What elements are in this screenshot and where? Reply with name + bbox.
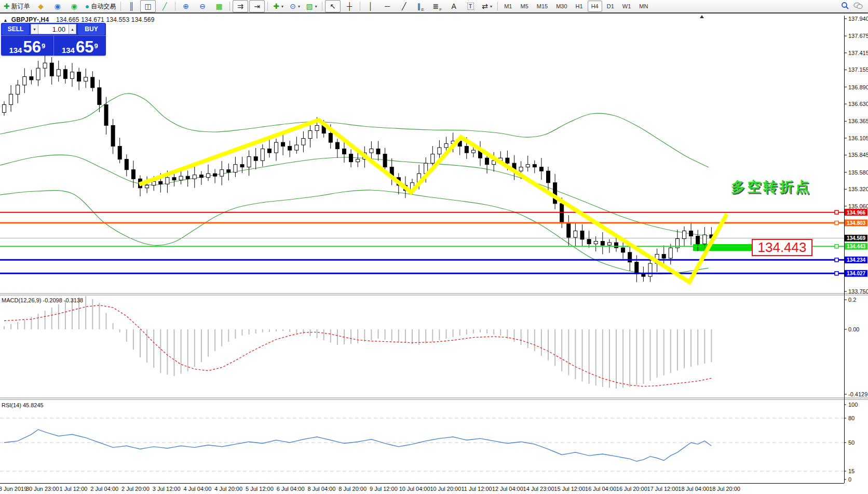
bid-big: 56: [23, 41, 40, 54]
auto-scroll-button[interactable]: ⇉: [233, 0, 248, 12]
zoom-out-icon: ⊖: [199, 3, 206, 10]
support-highlight-bar[interactable]: [693, 244, 752, 251]
toolbar-separator: [322, 2, 322, 11]
candles-layer: [3, 55, 713, 283]
periods-button[interactable]: ⊙▾: [287, 0, 303, 12]
cursor-button[interactable]: ↖: [325, 0, 341, 12]
line-handle-marker[interactable]: [835, 210, 838, 214]
timeframe-m5-button[interactable]: M5: [517, 1, 532, 12]
new-order-icon: ✚: [4, 3, 10, 10]
tile-windows-button[interactable]: ▦: [211, 0, 227, 12]
timeframe-h4-button[interactable]: H4: [588, 1, 602, 12]
auto-trading-button[interactable]: ●自动交易: [83, 0, 118, 12]
alerts-button[interactable]: ◉: [66, 0, 82, 12]
arrows-dropdown-icon[interactable]: ▾: [490, 4, 492, 9]
price-tick-label: 133.750: [848, 288, 868, 295]
price-tick-label: 137.155: [848, 66, 868, 73]
zoom-in-button[interactable]: ⊕: [178, 0, 194, 12]
volume-increase-button[interactable]: ▲: [69, 24, 76, 34]
chart-canvas[interactable]: 多空转折点多空转折点134.443134.966134.803134.56913…: [0, 0, 868, 494]
chart-bars-button[interactable]: ║: [124, 0, 139, 12]
buy-button[interactable]: BUY: [78, 23, 105, 35]
chart-shift-button[interactable]: ⇥: [249, 0, 265, 12]
svg-text:134.803: 134.803: [847, 220, 866, 226]
fibonacci-icon: ≣: [432, 3, 439, 10]
chart-candles-button[interactable]: ◫: [140, 0, 156, 12]
annotation-text[interactable]: 多空转折点: [731, 179, 811, 195]
rsi-tick-label: 15: [848, 468, 855, 474]
ask-prefix: 134: [62, 46, 75, 54]
main-chart-area[interactable]: 多空转折点多空转折点134.443: [0, 55, 844, 283]
toolbar-separator: [120, 2, 121, 11]
periods-icon: ⊙: [290, 3, 296, 10]
rsi-tick-label: 50: [848, 439, 855, 446]
rsi-tick-label: 80: [848, 415, 855, 421]
price-tick-label: 137.415: [848, 50, 868, 56]
chart-title: ▲ GBPJPY-,H4 134.665 134.671 134.553 134…: [3, 16, 155, 23]
text-label-button[interactable]: T: [463, 0, 478, 12]
svg-text:134.027: 134.027: [847, 271, 866, 276]
search-icon[interactable]: [841, 2, 849, 11]
timeframe-w1-button[interactable]: W1: [619, 1, 635, 12]
rsi-tick-label: 0: [848, 476, 851, 483]
volume-decrease-button[interactable]: ▼: [31, 24, 38, 34]
arrows-button[interactable]: ⇄▾: [479, 0, 495, 12]
trendline-button[interactable]: ╱: [396, 0, 412, 12]
community-button[interactable]: ◉: [50, 0, 65, 12]
templates-button[interactable]: ▧▾: [304, 0, 319, 12]
bollinger-lower-band: [0, 190, 709, 274]
line-handle-marker[interactable]: [835, 272, 838, 275]
line-handle-marker[interactable]: [835, 221, 838, 225]
equidistant-channel-button[interactable]: ∥E: [413, 0, 428, 12]
crosshair-icon: ┼: [347, 3, 352, 10]
crosshair-button[interactable]: ┼: [342, 0, 357, 12]
sell-price-button[interactable]: 134569: [1, 36, 53, 56]
buy-price-button[interactable]: 134659: [53, 36, 106, 56]
zoom-out-button[interactable]: ⊖: [195, 0, 210, 12]
svg-text:134.569: 134.569: [847, 235, 866, 241]
chat-icon[interactable]: [853, 2, 863, 11]
timeframe-m1-button[interactable]: M1: [500, 1, 516, 12]
toolbar-separator: [267, 2, 268, 11]
sell-button[interactable]: SELL: [2, 23, 29, 35]
volume-input[interactable]: 1.00: [38, 24, 69, 34]
time-axis-label: 16 Jul 20:00: [616, 486, 647, 492]
text-icon: A: [452, 3, 456, 10]
rsi-tick-label: 100: [848, 402, 858, 408]
horizontal-line-button[interactable]: ─: [379, 0, 395, 12]
trend-zigzag-line[interactable]: [139, 120, 727, 282]
new-order-button[interactable]: ✚新订单: [2, 0, 32, 12]
time-axis-label: 4 Jul 20:00: [214, 486, 242, 492]
cursor-icon: ↖: [330, 3, 336, 10]
line-handle-marker[interactable]: [835, 245, 838, 248]
timeframe-d1-button[interactable]: D1: [603, 1, 618, 12]
text-button[interactable]: A: [446, 0, 462, 12]
auto-trading-icon: ●: [85, 3, 89, 10]
chart-line-button[interactable]: ╱: [157, 0, 172, 12]
fibonacci-button[interactable]: ≣F: [429, 0, 445, 12]
profiles-button[interactable]: ◆: [33, 0, 49, 12]
line-handle-marker[interactable]: [835, 258, 838, 262]
periods-dropdown-icon[interactable]: ▾: [298, 4, 300, 9]
zoom-in-icon: ⊕: [183, 3, 189, 10]
timeframe-m15-button[interactable]: M15: [533, 1, 551, 12]
rsi-panel[interactable]: [4, 430, 711, 461]
equidistant-channel-icon: ∥: [417, 3, 421, 10]
time-axis-label: 18 Jul 04:00: [678, 486, 709, 492]
profiles-icon: ◆: [38, 3, 44, 10]
templates-dropdown-icon[interactable]: ▾: [315, 4, 317, 9]
svg-text:134.443: 134.443: [847, 244, 866, 249]
timeframe-mn-button[interactable]: MN: [635, 1, 652, 12]
timeframe-h1-button[interactable]: H1: [572, 1, 587, 12]
timeframe-m30-button[interactable]: M30: [552, 1, 571, 12]
chart-shift-marker[interactable]: [700, 15, 704, 18]
svg-text:134.234: 134.234: [847, 257, 866, 263]
vertical-line-button[interactable]: │: [363, 0, 378, 12]
alerts-icon: ◉: [71, 3, 77, 10]
indicators-button[interactable]: ✚▾: [270, 0, 286, 12]
price-tick-label: 135.845: [848, 152, 868, 158]
community-icon: ◉: [55, 3, 61, 10]
indicators-dropdown-icon[interactable]: ▾: [281, 4, 283, 9]
macd-panel[interactable]: [4, 295, 711, 389]
horizontal-line-icon: ─: [385, 3, 390, 10]
